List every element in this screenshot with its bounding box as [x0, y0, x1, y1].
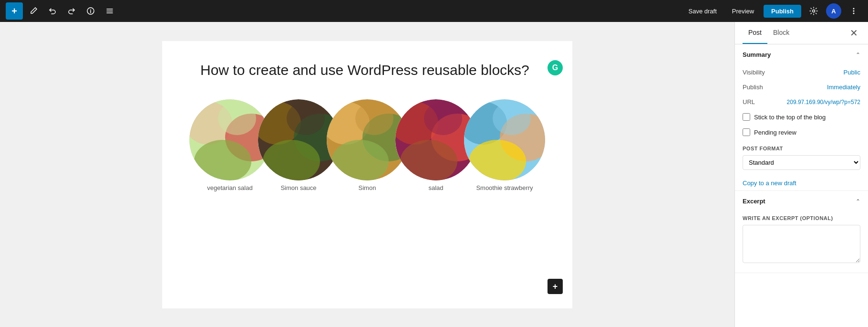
post-format-label: POST FORMAT	[743, 146, 860, 151]
url-label: URL	[743, 98, 755, 105]
save-draft-button[interactable]: Save draft	[683, 5, 723, 18]
summary-chevron-icon: ⌃	[856, 52, 860, 58]
main-layout: How to create and use WordPress reusable…	[0, 22, 868, 327]
preview-button[interactable]: Preview	[726, 5, 760, 18]
svg-point-22	[355, 102, 393, 135]
image-gallery: vegetarian saladSimon sauceSimonsaladSmo…	[200, 99, 534, 191]
gallery-item: Smoothie strawberry	[475, 99, 534, 191]
post-format-select[interactable]: StandardAsideChatGalleryLinkImageQuoteSt…	[743, 155, 860, 170]
publish-value[interactable]: Immediately	[827, 84, 860, 91]
info-button[interactable]	[82, 2, 99, 20]
undo-button[interactable]	[44, 2, 61, 20]
toolbar-left: +	[6, 2, 118, 20]
post-format-section: POST FORMAT StandardAsideChatGalleryLink…	[735, 140, 868, 176]
gallery-item: Simon sauce	[269, 99, 328, 191]
copy-draft-link[interactable]: Copy to a new draft	[735, 176, 868, 190]
gallery-item: salad	[406, 99, 465, 191]
svg-point-3	[853, 11, 855, 12]
add-block-toolbar-button[interactable]: +	[6, 2, 23, 20]
image-caption: Smoothie strawberry	[476, 184, 533, 191]
editor-area: How to create and use WordPress reusable…	[0, 22, 734, 327]
settings-button[interactable]	[805, 2, 822, 20]
svg-point-2	[853, 8, 855, 10]
user-avatar-button[interactable]: A	[826, 3, 841, 19]
excerpt-chevron-icon: ⌃	[856, 198, 860, 205]
sidebar-header: Post Block ✕	[735, 22, 868, 44]
image-caption: salad	[428, 184, 443, 191]
tab-post[interactable]: Post	[743, 22, 767, 44]
visibility-row: Visibility Public	[735, 65, 868, 80]
svg-point-16	[287, 102, 325, 135]
image-caption: vegetarian salad	[207, 184, 252, 191]
grammarly-button[interactable]: G	[548, 60, 563, 75]
visibility-label: Visibility	[743, 69, 765, 76]
pending-review-checkbox[interactable]	[743, 128, 750, 136]
summary-section: Summary ⌃ Visibility Public Publish Imme…	[735, 44, 868, 191]
svg-point-1	[813, 10, 815, 12]
excerpt-section-header[interactable]: Excerpt ⌃	[735, 191, 868, 211]
publish-label: Publish	[743, 84, 763, 91]
excerpt-section: Excerpt ⌃ WRITE AN EXCERPT (OPTIONAL)	[735, 191, 868, 273]
sidebar-tabs: Post Block	[743, 22, 795, 44]
close-sidebar-button[interactable]: ✕	[847, 26, 860, 40]
publish-button[interactable]: Publish	[764, 5, 801, 18]
image-caption: Simon	[359, 184, 376, 191]
more-options-button[interactable]	[845, 2, 862, 20]
pending-review-row: Pending review	[735, 125, 868, 140]
stick-to-top-checkbox[interactable]	[743, 113, 750, 121]
summary-title: Summary	[743, 51, 771, 58]
main-toolbar: +	[0, 0, 868, 22]
gallery-item: vegetarian salad	[200, 99, 259, 191]
editor-content: How to create and use WordPress reusable…	[162, 41, 572, 308]
toolbar-right: Save draft Preview Publish A	[683, 2, 862, 20]
excerpt-textarea[interactable]	[743, 225, 860, 263]
svg-point-34	[493, 102, 531, 135]
excerpt-title: Excerpt	[743, 198, 765, 205]
image-caption: Simon sauce	[280, 184, 316, 191]
svg-point-10	[218, 102, 256, 135]
stick-to-top-row: Stick to the top of the blog	[735, 109, 868, 125]
sidebar: Post Block ✕ Summary ⌃ Visibility Public…	[734, 22, 868, 327]
redo-button[interactable]	[63, 2, 80, 20]
add-block-inline-button[interactable]: +	[548, 279, 563, 294]
visibility-value[interactable]: Public	[844, 69, 860, 76]
stick-to-top-label[interactable]: Stick to the top of the blog	[754, 114, 826, 121]
publish-row: Publish Immediately	[735, 80, 868, 95]
food-image[interactable]	[464, 99, 545, 180]
svg-point-4	[853, 13, 855, 14]
svg-point-28	[424, 102, 462, 135]
url-row: URL 209.97.169.90/vy/wp/?p=572	[735, 95, 868, 109]
tab-block[interactable]: Block	[767, 22, 795, 44]
url-value[interactable]: 209.97.169.90/vy/wp/?p=572	[787, 99, 860, 105]
summary-section-header[interactable]: Summary ⌃	[735, 44, 868, 65]
gallery-item: Simon	[338, 99, 397, 191]
excerpt-label: WRITE AN EXCERPT (OPTIONAL)	[743, 215, 860, 221]
edit-mode-button[interactable]	[25, 2, 42, 20]
post-title[interactable]: How to create and use WordPress reusable…	[200, 60, 534, 80]
excerpt-body: WRITE AN EXCERPT (OPTIONAL)	[735, 211, 868, 273]
pending-review-label[interactable]: Pending review	[754, 129, 796, 136]
list-view-button[interactable]	[101, 2, 118, 20]
